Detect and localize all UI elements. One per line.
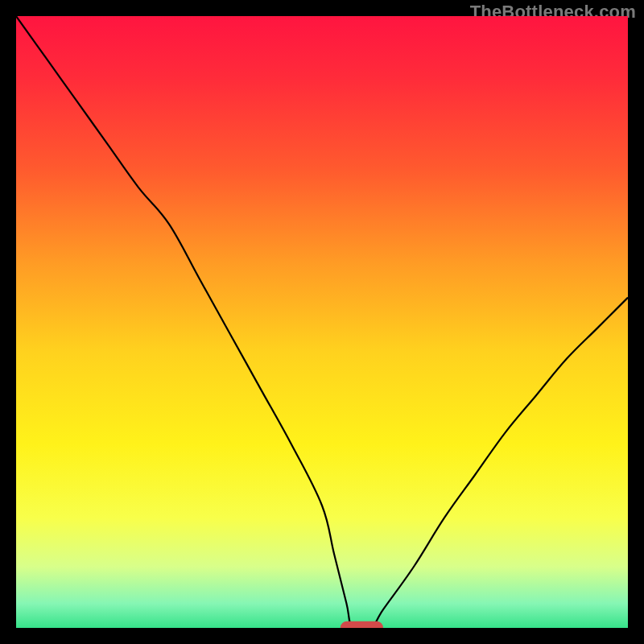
optimal-marker: [341, 621, 383, 628]
gradient-background: [16, 16, 628, 628]
plot-area: [16, 16, 628, 628]
chart-frame: TheBottleneck.com: [0, 0, 644, 644]
bottleneck-chart: [16, 16, 628, 628]
